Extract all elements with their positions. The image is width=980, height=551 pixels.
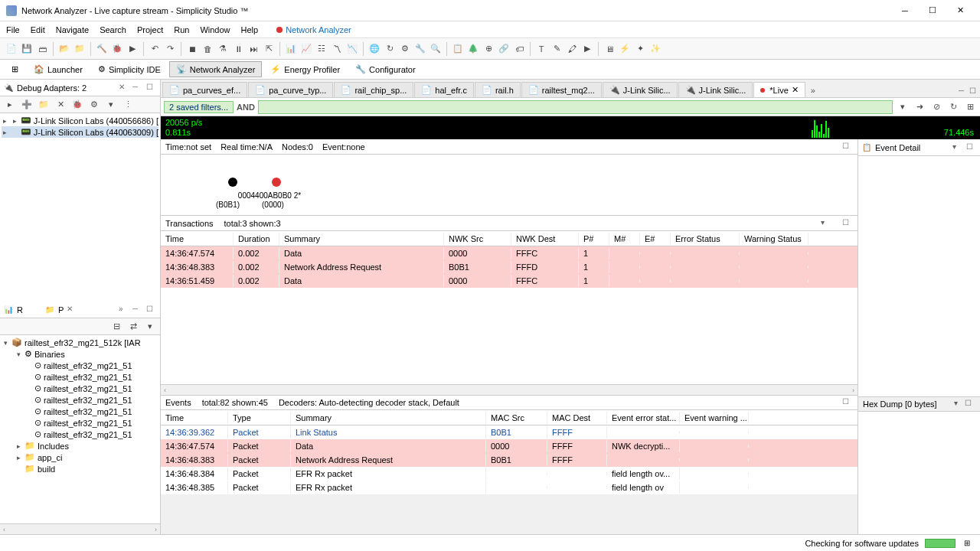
add-icon[interactable]: ➕	[20, 98, 34, 112]
adapter-item[interactable]: ▸📟 J-Link Silicon Labs (440063009) [	[2, 126, 158, 138]
launcher-perspective[interactable]: 🏠 Launcher	[27, 61, 90, 77]
appci-folder[interactable]: ▸📁 app_ci	[2, 452, 158, 463]
status-icon[interactable]: ⊞	[962, 538, 972, 549]
stats-icon[interactable]: 📉	[345, 42, 359, 56]
minimize-icon[interactable]: ─	[132, 83, 143, 93]
minimize-button[interactable]: ─	[891, 3, 919, 18]
menu-edit[interactable]: Edit	[31, 25, 45, 34]
event-row[interactable]: 14:36:47.574PacketData0000FFFFNWK decryp…	[161, 439, 858, 453]
menu-run[interactable]: Run	[174, 25, 189, 34]
tab-r[interactable]: R	[17, 305, 23, 315]
timeline-icon[interactable]: 📈	[299, 42, 313, 56]
globe-icon[interactable]: 🌐	[368, 42, 381, 56]
pause-icon[interactable]: ⏸	[231, 42, 245, 56]
bars-icon[interactable]: ☷	[315, 42, 328, 56]
menu-navigate[interactable]: Navigate	[56, 25, 89, 34]
zoom-icon[interactable]: 🔍	[429, 42, 443, 56]
link-icon[interactable]: 🔗	[497, 42, 511, 56]
tree-icon[interactable]: 🌲	[466, 42, 480, 56]
col-error[interactable]: Event error stat...	[607, 412, 680, 424]
transaction-row[interactable]: 14:36:51.4590.002Data0000FFFC1	[161, 274, 858, 288]
col-p[interactable]: P#	[579, 233, 609, 245]
refresh-icon[interactable]: ↻	[383, 42, 397, 56]
node-icon[interactable]: ⊕	[482, 42, 495, 56]
trash-icon[interactable]: 🗑	[201, 42, 214, 56]
menu-icon[interactable]: ⋮	[121, 98, 135, 112]
clear-icon[interactable]: ⊘	[929, 100, 943, 114]
editor-tab[interactable]: 📄 hal_efr.c	[414, 82, 474, 97]
tab-p[interactable]: P	[58, 305, 64, 315]
binary-item[interactable]: ⊙ railtest_efr32_mg21_51	[2, 383, 158, 394]
editor-tab[interactable]: 📄 railtest_mq2...	[521, 82, 602, 97]
build-folder[interactable]: 📁 build	[2, 463, 158, 474]
event-row[interactable]: 14:36:48.385PacketEFR Rx packetfield len…	[161, 481, 858, 494]
sparkle-icon[interactable]: ✨	[648, 42, 662, 56]
dropdown-icon[interactable]: ▾	[821, 218, 831, 229]
graph-icon[interactable]: 〽	[330, 42, 344, 56]
new-icon[interactable]: 📄	[5, 42, 18, 56]
event-row[interactable]: 14:36:39.362PacketLink StatusB0B1FFFF	[161, 425, 858, 439]
network-analyzer-link[interactable]: Network Analyzer	[276, 25, 351, 34]
menu-icon[interactable]: ▾	[143, 320, 157, 334]
col-warning[interactable]: Warning Status	[740, 233, 808, 245]
flash-icon[interactable]: ⚡	[618, 42, 632, 56]
binary-item[interactable]: ⊙ railtest_efr32_mg21_51	[2, 429, 158, 440]
bug-icon[interactable]: 🐞	[70, 98, 84, 112]
more-icon[interactable]: »	[119, 305, 129, 315]
reload-icon[interactable]: ↻	[946, 100, 960, 114]
wrench-icon[interactable]: 🔧	[413, 42, 427, 56]
menu-file[interactable]: File	[6, 25, 20, 34]
stop-icon[interactable]: ✕	[54, 98, 67, 112]
event-row[interactable]: 14:36:48.383PacketNetwork Address Reques…	[161, 453, 858, 467]
build-icon[interactable]: 🔨	[95, 42, 109, 56]
save-icon[interactable]: 💾	[20, 42, 34, 56]
star-icon[interactable]: ✦	[633, 42, 647, 56]
col-error[interactable]: Error Status	[671, 233, 740, 245]
col-time[interactable]: Time	[161, 412, 228, 424]
node-red[interactable]	[272, 178, 281, 187]
close-icon[interactable]: ✕	[119, 83, 129, 93]
transaction-row[interactable]: 14:36:48.3830.002Network Address Request…	[161, 260, 858, 274]
col-warning[interactable]: Event warning ...	[680, 412, 749, 424]
dropdown-icon[interactable]: ▾	[952, 142, 963, 153]
filter-input[interactable]	[258, 100, 893, 114]
more-tabs-icon[interactable]: »	[806, 83, 820, 97]
open-folder-icon[interactable]: 📂	[57, 42, 71, 56]
back-icon[interactable]: ↶	[148, 42, 162, 56]
maximize-icon[interactable]: ☐	[966, 142, 977, 153]
maximize-icon[interactable]: ☐	[146, 83, 157, 93]
collapse-icon[interactable]: ⊟	[109, 320, 123, 334]
binary-item[interactable]: ⊙ railtest_efr32_mg21_51	[2, 394, 158, 406]
ide-perspective[interactable]: ⚙ Simplicity IDE	[91, 61, 168, 77]
doc-icon[interactable]: 📋	[451, 42, 465, 56]
menu-help[interactable]: Help	[241, 25, 259, 34]
forward-icon[interactable]: ↷	[163, 42, 177, 56]
maximize-icon[interactable]: ☐	[842, 218, 853, 229]
menu-search[interactable]: Search	[100, 25, 126, 34]
maximize-icon[interactable]: ☐	[965, 399, 975, 409]
col-mac-src[interactable]: MAC Src	[486, 412, 547, 424]
minimize-icon[interactable]: ─	[959, 86, 969, 97]
close-icon[interactable]: ✕	[792, 85, 799, 95]
folder-icon[interactable]: 📁	[73, 42, 87, 56]
maximize-icon[interactable]: ☐	[842, 397, 853, 408]
maximize-icon[interactable]: ☐	[842, 142, 853, 152]
adapter-item[interactable]: ▸▸📟 J-Link Silicon Labs (440056686) [	[2, 115, 158, 126]
saved-filters-link[interactable]: 2 saved filters...	[164, 101, 234, 113]
filter-icon[interactable]: ⚗	[216, 42, 230, 56]
link-icon[interactable]: ⇄	[126, 320, 140, 334]
run-icon[interactable]: ▶	[126, 42, 139, 56]
marker-icon[interactable]: 🖍	[565, 42, 579, 56]
editor-tab-live[interactable]: *Live ✕	[753, 82, 805, 97]
editor-tab[interactable]: 📄 pa_curve_typ...	[248, 82, 333, 97]
binary-item[interactable]: ⊙ railtest_efr32_mg21_51	[2, 406, 158, 417]
binary-item[interactable]: ⊙ railtest_efr32_mg21_51	[2, 417, 158, 429]
col-duration[interactable]: Duration	[234, 233, 279, 245]
apply-icon[interactable]: ➜	[913, 100, 926, 114]
expand-icon[interactable]: ▸	[3, 98, 17, 112]
energy-profiler-perspective[interactable]: ⚡ Energy Profiler	[263, 61, 347, 77]
maximize-button[interactable]: ☐	[919, 3, 946, 18]
includes-folder[interactable]: ▸📁 Includes	[2, 440, 158, 452]
maximize-icon[interactable]: ☐	[146, 305, 157, 315]
col-nwk-dest[interactable]: NWK Dest	[511, 233, 579, 245]
